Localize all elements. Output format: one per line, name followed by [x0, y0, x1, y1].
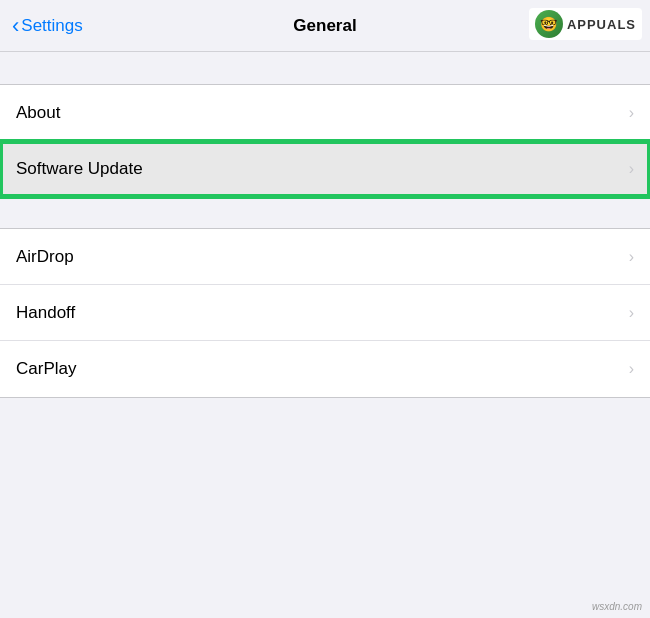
- carplay-item[interactable]: CarPlay ›: [0, 341, 650, 397]
- ios-settings-screen: ‹ Settings General 🤓 APPUALS About › Sof…: [0, 0, 650, 618]
- settings-content: About › Software Update › AirDrop › Hand…: [0, 52, 650, 618]
- software-update-chevron-icon: ›: [629, 160, 634, 178]
- airdrop-item[interactable]: AirDrop ›: [0, 229, 650, 285]
- section-gap-middle: [0, 198, 650, 228]
- section-1: About › Software Update ›: [0, 84, 650, 198]
- software-update-item[interactable]: Software Update ›: [0, 141, 650, 197]
- wsxdn-watermark: wsxdn.com: [592, 601, 642, 612]
- section-gap-top: [0, 52, 650, 84]
- carplay-chevron-icon: ›: [629, 360, 634, 378]
- airdrop-chevron-icon: ›: [629, 248, 634, 266]
- handoff-item[interactable]: Handoff ›: [0, 285, 650, 341]
- watermark-badge: 🤓 APPUALS: [529, 8, 642, 40]
- watermark-text: APPUALS: [567, 17, 636, 32]
- navigation-bar: ‹ Settings General 🤓 APPUALS: [0, 0, 650, 52]
- handoff-chevron-icon: ›: [629, 304, 634, 322]
- about-item[interactable]: About ›: [0, 85, 650, 141]
- about-chevron-icon: ›: [629, 104, 634, 122]
- section-2: AirDrop › Handoff › CarPlay ›: [0, 228, 650, 398]
- back-button[interactable]: ‹ Settings: [12, 15, 83, 37]
- carplay-label: CarPlay: [16, 359, 76, 379]
- back-button-label: Settings: [21, 16, 82, 36]
- handoff-label: Handoff: [16, 303, 75, 323]
- software-update-label: Software Update: [16, 159, 143, 179]
- about-label: About: [16, 103, 60, 123]
- back-chevron-icon: ‹: [12, 15, 19, 37]
- airdrop-label: AirDrop: [16, 247, 74, 267]
- watermark-icon: 🤓: [535, 10, 563, 38]
- page-title: General: [293, 16, 356, 36]
